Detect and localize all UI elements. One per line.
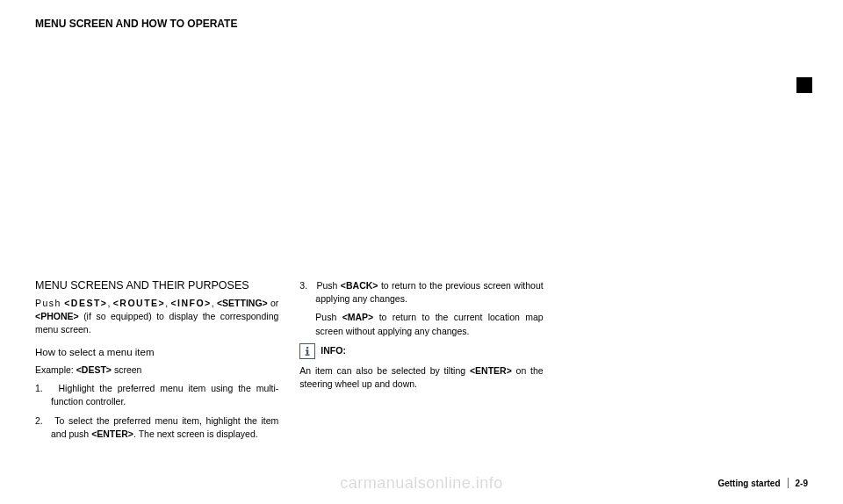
watermark: carmanualsonline.info (340, 474, 503, 493)
footer-section: Getting started (717, 479, 780, 488)
info-row: INFO: (299, 343, 543, 359)
info-btn: <ENTER> (470, 365, 512, 376)
step-2-num: 2. (35, 415, 43, 426)
example-prefix: Example: (35, 364, 74, 375)
btn-info: <INFO> (170, 298, 211, 308)
column-left: MENU SCREENS AND THEIR PURPOSES Push <DE… (35, 279, 278, 446)
svg-rect-0 (306, 347, 308, 349)
example-line: Example: <DEST> screen (35, 364, 278, 377)
info-icon (299, 343, 315, 359)
step-2-text-b: . The next screen is displayed. (133, 428, 258, 439)
step-1-num: 1. (35, 383, 43, 393)
column-middle: 3. Push <BACK> to return to the previous… (299, 279, 543, 446)
step-3-btn-back: <BACK> (341, 280, 378, 291)
step-1: 1. Highlight the preferred menu item usi… (35, 382, 278, 408)
btn-route: <ROUTE> (113, 298, 166, 308)
intro-push: Push (35, 298, 61, 308)
btn-setting: <SETTING> (217, 298, 268, 308)
step-3b-btn-map: <MAP> (342, 312, 374, 322)
step-3-text-a: Push (316, 280, 337, 291)
intro-or: or (270, 298, 278, 308)
step-3-num: 3. (299, 280, 307, 291)
subheading-menu-screens: MENU SCREENS AND THEIR PURPOSES (35, 279, 278, 293)
footer-page: 2-9 (796, 479, 808, 488)
example-btn: <DEST> (76, 364, 112, 375)
info-text-a: An item can also be selected by tilting (299, 365, 465, 376)
info-text: An item can also be selected by tilting … (299, 364, 543, 391)
btn-phone: <PHONE> (35, 311, 79, 321)
svg-rect-2 (306, 349, 308, 354)
subheading-howto: How to select a menu item (35, 345, 278, 360)
section-marker (796, 77, 812, 93)
step-2-btn: <ENTER> (91, 428, 133, 439)
step-3: 3. Push <BACK> to return to the previous… (299, 279, 543, 306)
footer: Getting started 2-9 (717, 478, 808, 488)
intro-paragraph: Push <DEST>, <ROUTE>, <INFO>, <SETTING> … (35, 297, 278, 337)
step-2: 2. To select the preferred menu item, hi… (35, 414, 278, 441)
page-title: MENU SCREEN AND HOW TO OPERATE (35, 18, 299, 32)
step-3b-text-a: Push (315, 312, 336, 322)
column-right (565, 279, 808, 446)
info-label: INFO: (321, 344, 346, 357)
step-3b: Push <MAP> to return to the current loca… (299, 311, 543, 337)
footer-divider (788, 478, 789, 488)
step-1-text: Highlight the preferred menu item using … (51, 383, 278, 407)
btn-dest: <DEST> (64, 298, 107, 308)
svg-rect-3 (306, 354, 310, 356)
example-suffix: screen (114, 364, 142, 375)
